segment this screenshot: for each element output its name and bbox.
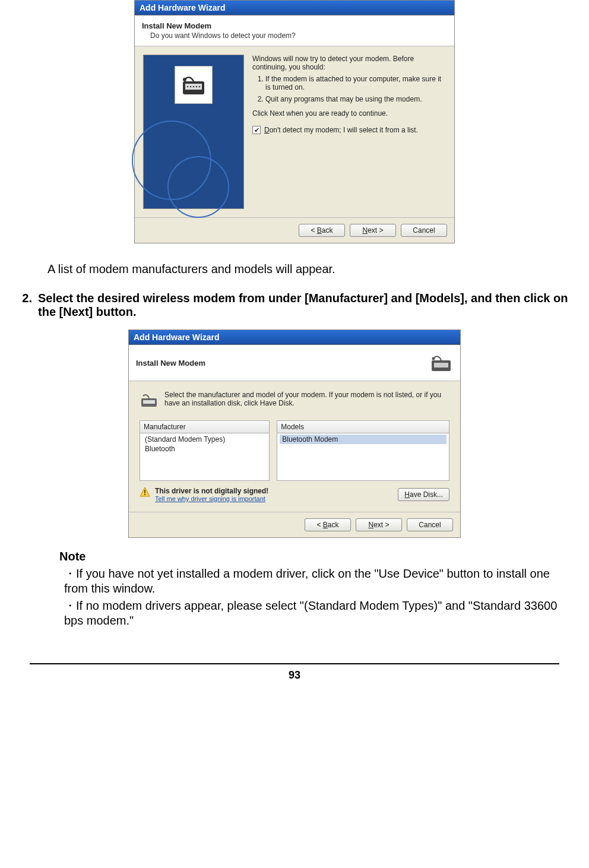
manufacturer-item[interactable]: (Standard Modem Types): [142, 435, 267, 444]
wizard-header: Install New Modem Do you want Windows to…: [135, 15, 454, 46]
driver-signing-warning: This driver is not digitally signed!: [155, 487, 268, 495]
svg-point-2: [187, 86, 188, 87]
step-instruction: Select the desired wireless modem from u…: [38, 292, 571, 319]
wizard-header: Install New Modem: [129, 345, 460, 381]
note-item: ・If no modem drivers appear, please sele…: [64, 598, 571, 628]
dont-detect-checkbox-label: Don't detect my modem; I will select it …: [264, 126, 418, 134]
wizard-header-subtitle: Do you want Windows to detect your modem…: [150, 31, 447, 40]
step-number: 2.: [18, 292, 32, 319]
wizard-post-text: Click Next when you are ready to continu…: [252, 109, 446, 118]
wizard-intro-text: Windows will now try to detect your mode…: [252, 55, 446, 71]
have-disk-button[interactable]: Have Disk...: [398, 488, 449, 501]
dont-detect-checkbox[interactable]: ✔: [252, 126, 261, 134]
next-button[interactable]: Next >: [350, 224, 396, 237]
model-item[interactable]: Bluetooth Modem: [280, 435, 446, 444]
next-button[interactable]: Next >: [356, 518, 402, 531]
note-item: ・If you have not yet installed a modem d…: [64, 566, 571, 595]
wizard-side-panel: [143, 55, 244, 209]
modem-icon: [140, 391, 159, 410]
wizard-header-title: Install New Modem: [142, 21, 447, 30]
cancel-button[interactable]: Cancel: [407, 518, 453, 531]
driver-signing-link[interactable]: Tell me why driver signing is important: [155, 495, 268, 502]
svg-rect-12: [143, 400, 155, 404]
wizard-instruction-text: Select the manufacturer and model of you…: [164, 391, 449, 407]
warning-icon: [140, 487, 150, 498]
add-hardware-wizard-dialog-1: Add Hardware Wizard Install New Modem Do…: [134, 0, 455, 243]
svg-rect-14: [144, 494, 145, 495]
add-hardware-wizard-dialog-2: Add Hardware Wizard Install New Modem: [128, 330, 461, 538]
manufacturer-item[interactable]: Bluetooth: [142, 444, 267, 454]
wizard-body: Windows will now try to detect your mode…: [135, 46, 454, 217]
wizard-header-title: Install New Modem: [136, 359, 422, 368]
page-number: 93: [289, 669, 300, 681]
note-title: Note: [59, 550, 571, 563]
back-button[interactable]: < Back: [299, 224, 345, 237]
svg-point-10: [432, 357, 435, 360]
modem-icon: [175, 66, 213, 104]
modem-icon: [429, 351, 453, 375]
page-footer: 93: [30, 663, 559, 682]
svg-rect-13: [144, 490, 145, 493]
svg-point-3: [190, 86, 191, 87]
back-button[interactable]: < Back: [305, 518, 351, 531]
svg-point-4: [193, 86, 194, 87]
models-column-header: Models: [277, 420, 449, 433]
window-title: Add Hardware Wizard: [129, 330, 460, 345]
svg-point-5: [196, 86, 197, 87]
window-title: Add Hardware Wizard: [135, 1, 454, 15]
wizard-step-list: If the modem is attached to your compute…: [265, 75, 446, 103]
svg-point-6: [199, 86, 200, 87]
cancel-button[interactable]: Cancel: [401, 224, 447, 237]
svg-point-7: [183, 78, 186, 81]
note-section: Note ・If you have not yet installed a mo…: [0, 538, 589, 628]
wizard-step-item: If the modem is attached to your compute…: [265, 75, 446, 91]
body-text: A list of modem manufacturers and models…: [48, 262, 571, 276]
manufacturer-column-header: Manufacturer: [140, 420, 270, 433]
svg-rect-9: [434, 363, 448, 368]
manufacturer-listbox[interactable]: (Standard Modem Types) Bluetooth: [140, 433, 270, 481]
step-2: 2. Select the desired wireless modem fro…: [18, 292, 571, 319]
models-listbox[interactable]: Bluetooth Modem: [277, 433, 449, 481]
wizard-step-item: Quit any programs that may be using the …: [265, 95, 446, 103]
